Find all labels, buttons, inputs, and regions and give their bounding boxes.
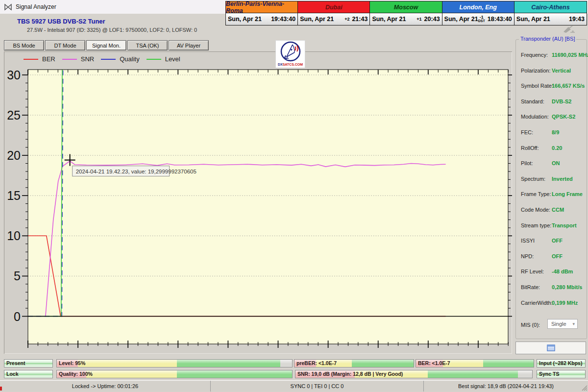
clock-berlin-paris-vienna-roma: Berlin-Paris-Vienna-RomaSun, Apr 2119:43… [226, 1, 298, 25]
field-label: Standard: [521, 98, 544, 104]
clock-london-eng: London, EngSun, Apr 21-1DST18:43:40 [442, 1, 514, 25]
field-label: BitRate: [521, 284, 540, 290]
field-label: FEC: [521, 129, 533, 135]
meter-ber: BER: <1.0E-7 [416, 359, 534, 368]
field-value: OFF [552, 253, 563, 259]
tuner-subtitle: 27.5W - Intelsat 907 (ID: 3325) @ LOF1: … [27, 27, 197, 33]
clock-city-label: London, Eng [442, 1, 514, 13]
y-axis-label: 20 [7, 148, 21, 162]
tab-signal-mon-[interactable]: Signal Mon. [86, 40, 126, 50]
field-value: Transport [552, 222, 577, 228]
clock-cairo-athens: Cairo-AthensSun, Apr 2119:43 [514, 1, 587, 25]
meter-label: Level: 95% [59, 360, 85, 367]
clock-date: Sun, Apr 21 [228, 16, 262, 23]
clock-date: Sun, Apr 21 [300, 16, 334, 23]
transponder-panel: Transponder (AU) [BS] Frequency:11690,02… [515, 39, 587, 339]
tab-bs-mode[interactable]: BS Mode [4, 40, 44, 50]
clock-time-row: Sun, Apr 2119:43:40 [226, 13, 297, 25]
clock-city-label: Dubai [298, 1, 369, 13]
field-label: CarrierWidth: [521, 300, 553, 306]
world-clock-panel: Berlin-Paris-Vienna-RomaSun, Apr 2119:43… [225, 1, 587, 25]
tab-dt-mode[interactable]: DT Mode [45, 40, 85, 50]
mode-tabs: BS ModeDT ModeSignal Mon.TSA (OK)AV Play… [4, 40, 209, 50]
clock-city-label: Berlin-Paris-Vienna-Roma [226, 1, 297, 13]
y-axis-label: 10 [7, 229, 21, 243]
plot-area [28, 70, 508, 344]
status-section-2: Best signal: 18,9 dB (2024-04-21 19:43) [424, 381, 588, 392]
dxsatcs-dish-icon [280, 41, 301, 62]
field-label: NPD: [521, 253, 534, 259]
clock-time-row: Sun, Apr 21+120:43 [370, 13, 441, 25]
field-value: ON [552, 160, 560, 166]
meter-input-282-kbps-: Input (~282 Kbps) [537, 359, 586, 368]
field-label: Modulation: [521, 114, 549, 120]
field-value: 0,280 Mbit/s [552, 284, 582, 290]
clock-dubai: DubaiSun, Apr 21+221:43 [298, 1, 370, 25]
window-title: Signal Analyzer [16, 3, 56, 10]
corner-marker [0, 387, 2, 391]
clock-date: Sun, Apr 21 [372, 16, 406, 23]
meter-label: Quality: 100% [59, 370, 93, 378]
clock-time: 21:43 [352, 16, 368, 23]
field-value: Long Frame [552, 191, 583, 197]
dxsatcs-logo: DXSATCS.COM [275, 40, 305, 68]
field-value: -48 dBm [552, 269, 573, 274]
clock-utc-offset: +2 [344, 17, 349, 21]
mis-dropdown[interactable]: Single ▾ [547, 319, 578, 329]
meter-label: preBER: <1.0E-7 [296, 360, 337, 367]
field-value: 0.20 [552, 145, 562, 151]
field-value: Inverted [552, 176, 573, 182]
clock-date: Sun, Apr 21 [516, 16, 550, 23]
resize-grip-icon[interactable] [581, 384, 588, 391]
status-section-1: SYNC 0 | TEI 0 | CC 0 [211, 381, 424, 392]
meter-lock: Lock [4, 370, 53, 378]
clock-city-label: Moscow [370, 1, 441, 13]
signal-history-chart[interactable]: 3025201510502024-04-21 19.42.23, value: … [4, 51, 512, 354]
clock-time-row: Sun, Apr 21+221:43 [298, 13, 369, 25]
clock-time: 18:43:40 [488, 16, 512, 23]
meter-sync-ts: Sync TS [537, 370, 586, 378]
clock-utc-offset: -1DST [478, 15, 485, 23]
save-button[interactable] [515, 342, 586, 354]
tab-av-player[interactable]: AV Player [169, 40, 209, 50]
meter-label: Input (~282 Kbps) [539, 360, 582, 367]
clock-time: 19:43 [569, 16, 585, 23]
field-label: Frame Type: [521, 191, 551, 197]
field-value: Vertical [552, 68, 571, 74]
meter-preber: preBER: <1.0E-7 [294, 359, 414, 368]
clock-time-row: Sun, Apr 2119:43 [514, 13, 587, 25]
clock-time-row: Sun, Apr 21-1DST18:43:40 [442, 13, 514, 25]
field-value: 8/9 [552, 129, 559, 135]
clock-date: Sun, Apr 21 [444, 16, 478, 23]
field-value: 11690,025 MHz [552, 52, 588, 58]
clock-time: 19:43:40 [271, 16, 295, 23]
y-axis-label: 15 [7, 189, 21, 202]
y-axis-label: 30 [7, 68, 21, 82]
field-value: OFF [552, 238, 563, 244]
tab-tsa-ok-[interactable]: TSA (OK) [127, 40, 168, 50]
save-list-icon [547, 344, 555, 351]
meter-quality: Quality: 100% [56, 370, 293, 378]
field-label: Frequency: [521, 52, 548, 58]
clock-utc-offset: +1 [416, 17, 421, 21]
field-value: 166,657 KS/s [552, 83, 585, 89]
y-axis-label: 0 [14, 310, 21, 323]
clock-moscow: MoscowSun, Apr 21+120:43 [370, 1, 442, 25]
meter-label: Sync TS [539, 370, 559, 378]
meter-label: SNR: 19,0 dB (Margin: 12,8 dB | Very Goo… [297, 370, 403, 378]
field-label: Pilot: [521, 160, 533, 166]
field-value: CCM [552, 207, 564, 213]
app-logo-icon [4, 3, 12, 11]
mis-label: MIS (0): [521, 322, 540, 328]
meter-label: Lock [6, 370, 19, 378]
y-axis-label: 5 [14, 269, 21, 283]
status-bar: Locked -> Uptime: 00:01:26SYNC 0 | TEI 0… [0, 380, 588, 392]
meter-present: Present [4, 359, 53, 368]
field-label: Stream type: [521, 222, 551, 228]
field-value: QPSK-S2 [552, 114, 575, 120]
signal-analyzer-window: Signal Analyzer Berlin-Paris-Vienna-Roma… [0, 0, 588, 392]
chevron-down-icon: ▾ [572, 321, 575, 326]
field-value: 0,199 MHz [552, 300, 578, 306]
meter-label: BER: <1.0E-7 [418, 360, 450, 367]
clock-time: 20:43 [424, 16, 440, 23]
